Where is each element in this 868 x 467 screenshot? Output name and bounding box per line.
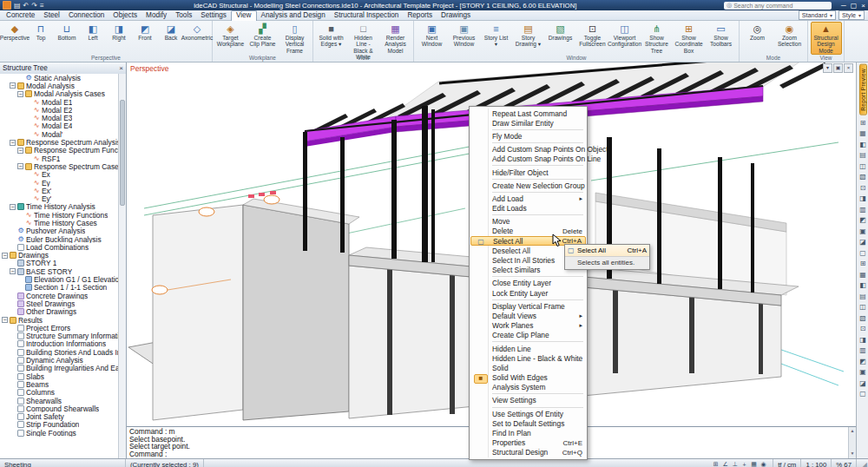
status-toggle-icon[interactable]: ∠ (720, 461, 730, 467)
context-item-analysis-system[interactable]: Analysis System (470, 383, 586, 392)
viewport-close-button[interactable]: × (844, 63, 853, 73)
target-workplane-button[interactable]: ◈Target Workplane (215, 22, 247, 49)
context-item-add-load[interactable]: Add Load▸ (470, 194, 586, 203)
panel-tool-icon[interactable]: ◩ (858, 215, 868, 227)
panel-tool-icon[interactable]: ▥ (858, 345, 868, 357)
menu-drawings[interactable]: Drawings (437, 10, 475, 20)
show-toolbars-button[interactable]: ▭Show Toolbars (706, 22, 737, 49)
tree-item-structure-summary-information[interactable]: Structure Summary Information (0, 332, 119, 340)
panel-tool-icon[interactable]: ⊡ (858, 324, 868, 335)
tree-item-ex[interactable]: ∿Ex' (0, 187, 119, 194)
redo-icon[interactable]: ↷ (31, 2, 37, 10)
menu-settings[interactable]: Settings (196, 10, 231, 20)
tree-expander[interactable]: − (17, 148, 23, 154)
standard-combo[interactable]: Standard▾ (799, 10, 836, 20)
statusbar-units[interactable]: tf / cm (773, 459, 801, 467)
menu-connection[interactable]: Connection (64, 10, 108, 20)
panel-tool-icon[interactable]: ◪ (858, 237, 868, 248)
tree-item-modal-analysis-cases[interactable]: −Modal Analysis Cases (0, 90, 119, 98)
tree-item-time-history-analysis[interactable]: −Time History Analysis (0, 203, 119, 211)
maximize-button[interactable]: ▢ (851, 2, 858, 10)
context-item-view-settings[interactable]: View Settings (470, 396, 586, 405)
tree-item-base-story[interactable]: −BASE STORY (0, 267, 119, 275)
context-item-use-settings-of-entity[interactable]: Use Settings Of Entity (470, 409, 586, 418)
tree-item-shearwalls[interactable]: Shearwalls (0, 397, 119, 405)
tree-item-building-stories-and-loads-infor[interactable]: Building Stories And Loads Infor (0, 348, 119, 356)
panel-tool-icon[interactable]: ▦ (858, 128, 868, 140)
panel-tool-icon[interactable]: ◪ (858, 378, 868, 390)
tree-item-single-footings[interactable]: Single Footings (0, 429, 119, 437)
tree-item-compound-shearwalls[interactable]: Compound Shearwalls (0, 405, 119, 412)
zoom-selection-button[interactable]: ◉Zoom Selection (774, 22, 806, 49)
menu-tools[interactable]: Tools (171, 10, 196, 20)
tree-item-other-drawings[interactable]: Other Drawings (0, 308, 119, 316)
context-item-repeat-last-command[interactable]: Repeat Last Command (470, 109, 586, 118)
tree-expander[interactable]: − (17, 163, 23, 169)
panel-tool-icon[interactable]: ▧ (858, 172, 868, 183)
tree-item-steel-drawings[interactable]: Steel Drawings (0, 299, 119, 307)
tree-expander[interactable]: − (2, 253, 8, 259)
menu-steel[interactable]: Steel (39, 10, 64, 20)
left-button[interactable]: ◧Left (81, 22, 106, 42)
tree-item-ex[interactable]: ∿Ex (0, 171, 119, 179)
tree-item-results[interactable]: −Results (0, 316, 119, 324)
context-item-create-new-selection-group[interactable]: Create New Selection Group (470, 181, 586, 190)
panel-tool-icon[interactable]: ▥ (858, 205, 868, 216)
tree-item-response-spectrum-analysis[interactable]: −Response Spectrum Analysis (0, 138, 119, 146)
report-preview-tab[interactable]: Report Preview (859, 64, 867, 115)
panel-tool-icon[interactable]: ⊞ (858, 259, 868, 270)
tree-item-ey[interactable]: ∿Ey' (0, 194, 119, 202)
story-list-button[interactable]: ≡Story List ▾ (481, 22, 512, 49)
context-item-move[interactable]: Move (470, 217, 586, 227)
tree-item-beams[interactable]: Beams (0, 380, 119, 388)
panel-tool-icon[interactable]: ◧ (858, 280, 868, 292)
context-item-fly-mode[interactable]: Fly Mode (470, 131, 586, 141)
panel-tool-icon[interactable]: ▧ (858, 313, 868, 325)
statusbar-zoom[interactable]: % 67 (832, 459, 857, 467)
panel-tool-icon[interactable]: ▣ (858, 227, 868, 238)
tree-item-section-1-1-1-section[interactable]: Section 1 / 1-1 Section (0, 284, 119, 292)
toggle-fullscreen-button[interactable]: ⊡Toggle Fullscreen (577, 22, 608, 49)
top-button[interactable]: ⊓Top (29, 22, 54, 42)
context-item-add-custom-snap-points-on-object[interactable]: Add Custom Snap Points On Object (470, 145, 586, 155)
right-button[interactable]: ◨Right (107, 22, 132, 42)
tree-item-time-history-functions[interactable]: ∿Time History Functions (0, 211, 119, 219)
tree-item-pushover-analysis[interactable]: ⚙Pushover Analysis (0, 227, 119, 235)
display-vertical-frame-button[interactable]: ▯Display Vertical Frame (279, 22, 311, 55)
tree-item-modal-analysis[interactable]: −Modal Analysis (0, 82, 119, 89)
status-toggle-icon[interactable]: ⊥ (730, 461, 740, 467)
panel-tool-icon[interactable]: ▤ (858, 150, 868, 161)
panel-tool-icon[interactable]: ⊡ (858, 183, 868, 194)
tree-item-static-analysis[interactable]: ⚙Static Analysis (0, 74, 119, 82)
menu-icon[interactable]: ≡ (40, 2, 44, 10)
show-coordinate-box-button[interactable]: ⊞Show Coordinate Box (674, 22, 705, 55)
tree-item-introduction-informations[interactable]: Introduction Informations (0, 340, 119, 348)
style-combo[interactable]: Style▾ (838, 10, 865, 20)
viewport-restore-button[interactable]: ▣ (833, 63, 843, 73)
front-button[interactable]: ◩Front (133, 22, 158, 42)
panel-tool-icon[interactable]: ▦ (858, 270, 868, 281)
solid-with-edges-button[interactable]: ■Solid with Edges ▾ (316, 22, 347, 49)
context-item-find-in-plan[interactable]: Find In Plan (470, 428, 586, 437)
tree-item-response-spectrum-functions[interactable]: −Response Spectrum Functions (0, 147, 119, 155)
panel-tool-icon[interactable]: ◨ (858, 194, 868, 205)
panel-tool-icon[interactable]: ◫ (858, 161, 868, 173)
tree-item-modal[interactable]: ∿Modal' (0, 130, 119, 138)
tree-item-strip-foundation[interactable]: Strip Foundation (0, 421, 119, 429)
tree-expander[interactable]: − (10, 204, 16, 210)
panel-tool-icon[interactable]: ◧ (858, 140, 868, 151)
tree-item-euler-buckling-analysis[interactable]: ⚙Euler Buckling Analysis (0, 235, 119, 243)
tree-item-rsf1[interactable]: ∿RSF1 (0, 155, 119, 162)
viewport-configuration-button[interactable]: ◫Viewport Configuration (609, 22, 641, 49)
context-item-close-entity-layer[interactable]: Close Entity Layer (470, 279, 586, 288)
context-item-set-to-default-settings[interactable]: Set to Default Settings (470, 418, 586, 428)
drawings-button[interactable]: ▧Drawings (545, 22, 576, 42)
context-item-delete[interactable]: DeleteDelete (470, 227, 586, 236)
show-structure-tree-button[interactable]: ⋔Show Structure Tree (641, 22, 673, 55)
panel-tool-icon[interactable]: ⊞ (858, 118, 868, 129)
back-button[interactable]: ◪Back (159, 22, 184, 42)
perspective-button[interactable]: ◆Perspective (3, 22, 28, 42)
tree-item-concrete-drawings[interactable]: Concrete Drawings (0, 292, 119, 299)
context-item-hide-filter-object[interactable]: Hide/Filter Object (470, 168, 586, 177)
statusbar-scale[interactable]: 1 : 100 (801, 459, 832, 467)
